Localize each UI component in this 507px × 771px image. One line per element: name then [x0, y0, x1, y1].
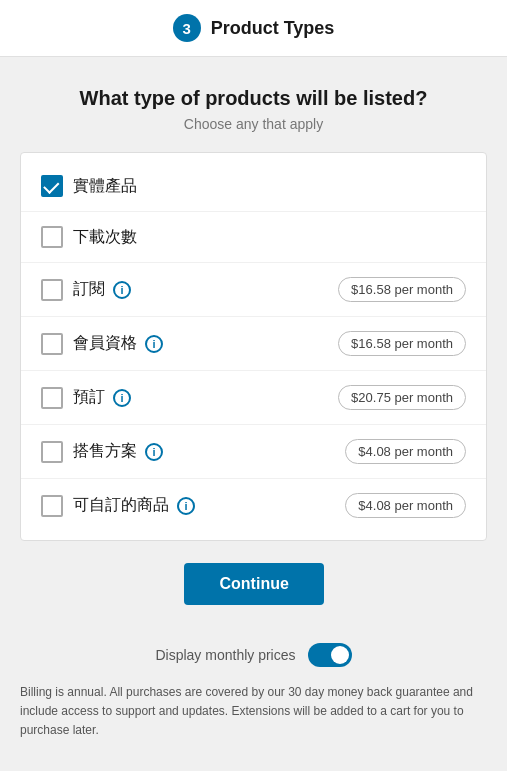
option-row-physical: 實體產品: [21, 161, 486, 212]
option-label-subscriptions: 訂閱i: [73, 279, 328, 300]
option-label-downloads: 下載次數: [73, 227, 466, 248]
option-row-memberships: 會員資格i$16.58 per month: [21, 317, 486, 371]
price-badge-subscriptions: $16.58 per month: [338, 277, 466, 302]
option-row-subscriptions: 訂閱i$16.58 per month: [21, 263, 486, 317]
checkbox-visual-bundles: [41, 441, 63, 463]
question-title: What type of products will be listed?: [80, 87, 428, 110]
continue-button[interactable]: Continue: [184, 563, 324, 605]
option-row-preorders: 預訂i$20.75 per month: [21, 371, 486, 425]
checkbox-visual-preorders: [41, 387, 63, 409]
info-icon-subscriptions[interactable]: i: [113, 281, 131, 299]
checkbox-physical[interactable]: [41, 175, 63, 197]
step-badge: 3: [173, 14, 201, 42]
options-card: 實體產品下載次數訂閱i$16.58 per month會員資格i$16.58 p…: [20, 152, 487, 541]
toggle-label: Display monthly prices: [155, 647, 295, 663]
checkbox-customizable[interactable]: [41, 495, 63, 517]
checkbox-subscriptions[interactable]: [41, 279, 63, 301]
price-badge-memberships: $16.58 per month: [338, 331, 466, 356]
checkbox-bundles[interactable]: [41, 441, 63, 463]
checkbox-visual-subscriptions: [41, 279, 63, 301]
option-label-physical: 實體產品: [73, 176, 466, 197]
page-title: Product Types: [211, 18, 335, 39]
checkbox-memberships[interactable]: [41, 333, 63, 355]
option-label-preorders: 預訂i: [73, 387, 328, 408]
info-icon-memberships[interactable]: i: [145, 335, 163, 353]
billing-note: Billing is annual. All purchases are cov…: [0, 683, 507, 761]
checkbox-visual-physical: [41, 175, 63, 197]
option-row-bundles: 搭售方案i$4.08 per month: [21, 425, 486, 479]
checkbox-preorders[interactable]: [41, 387, 63, 409]
toggle-switch[interactable]: [308, 643, 352, 667]
header: 3 Product Types: [0, 0, 507, 57]
price-badge-bundles: $4.08 per month: [345, 439, 466, 464]
price-badge-customizable: $4.08 per month: [345, 493, 466, 518]
checkbox-visual-customizable: [41, 495, 63, 517]
question-subtitle: Choose any that apply: [184, 116, 323, 132]
info-icon-customizable[interactable]: i: [177, 497, 195, 515]
price-badge-preorders: $20.75 per month: [338, 385, 466, 410]
toggle-slider: [308, 643, 352, 667]
info-icon-bundles[interactable]: i: [145, 443, 163, 461]
page-wrapper: 3 Product Types What type of products wi…: [0, 0, 507, 761]
option-label-memberships: 會員資格i: [73, 333, 328, 354]
info-icon-preorders[interactable]: i: [113, 389, 131, 407]
option-row-downloads: 下載次數: [21, 212, 486, 263]
checkbox-downloads[interactable]: [41, 226, 63, 248]
option-label-customizable: 可自訂的商品i: [73, 495, 335, 516]
option-label-bundles: 搭售方案i: [73, 441, 335, 462]
main-content: What type of products will be listed? Ch…: [0, 57, 507, 625]
option-row-customizable: 可自訂的商品i$4.08 per month: [21, 479, 486, 532]
checkbox-visual-memberships: [41, 333, 63, 355]
toggle-row: Display monthly prices: [0, 643, 507, 667]
checkbox-visual-downloads: [41, 226, 63, 248]
